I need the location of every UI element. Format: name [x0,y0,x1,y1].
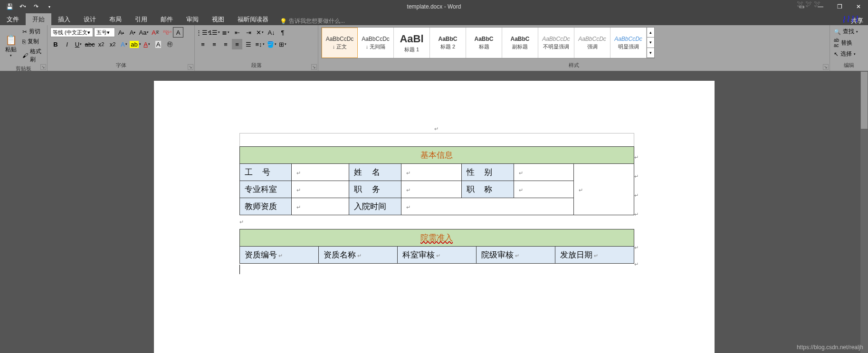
underline-button[interactable]: U▾ [73,39,84,49]
find-button[interactable]: 🔍查找▾ [833,27,865,36]
cut-button[interactable]: ✂剪切 [21,27,44,36]
shading-button[interactable]: 🪣▾ [266,39,277,49]
character-shading-button[interactable]: A [153,39,163,49]
style-subtle-emphasis[interactable]: AaBbCcDc不明显强调 [538,28,574,58]
justify-button[interactable]: ≡ [232,39,242,49]
bullets-button[interactable]: ⋮☰▾ [198,27,208,38]
font-size-combo[interactable]: 五号▾ [94,28,115,37]
show-marks-button[interactable]: ¶ [277,27,288,38]
asian-layout-button[interactable]: ✕▾ [255,27,265,38]
tell-me-search[interactable]: 💡 告诉我您想要做什么... [280,17,345,25]
grow-font-button[interactable]: A▴ [116,27,126,38]
highlight-button[interactable]: ab▾ [130,39,141,49]
styles-dialog-launcher[interactable]: ↘ [823,64,829,70]
style-heading2[interactable]: AaBbC标题 2 [430,28,466,58]
copy-button[interactable]: ⎘复制 [21,37,44,46]
style-heading1[interactable]: AaBl标题 1 [394,28,430,58]
style-subtitle[interactable]: AaBbC副标题 [502,28,538,58]
paragraph-dialog-launcher[interactable]: ↘ [311,64,317,70]
table-basic-info[interactable]: 基本信息 工 号 ↵ 姓 名 ↵ 性 别 ↵ ↵ 专业科室 ↵ 职 务 ↵ 职 … [239,146,634,215]
clipboard-dialog-launcher[interactable]: ↘ [40,64,46,70]
ribbon-options-button[interactable]: ▭ [792,0,811,13]
tab-design[interactable]: 设计 [77,13,103,25]
align-right-button[interactable]: ≡ [220,39,231,49]
ribbon: 📋 粘贴 ▾ ✂剪切 ⎘复制 🖌格式刷 剪贴板 ↘ 等线 (中文正文▾ 五号▾ … [0,25,868,71]
text-cursor [239,265,240,274]
undo-button[interactable]: ↶▾ [17,1,29,12]
replace-icon: abac [834,38,839,48]
tab-references[interactable]: 引用 [128,13,154,25]
borders-button[interactable]: ⊞▾ [277,39,288,49]
font-color-button[interactable]: A▾ [142,39,152,49]
multilevel-list-button[interactable]: ≣▾ [220,27,231,38]
document-area[interactable]: ↵ 基本信息 工 号 ↵ 姓 名 ↵ 性 别 ↵ ↵ 专业科室 ↵ 职 务 ↵ [0,71,868,353]
replace-label: 替换 [841,39,852,47]
gallery-down-button[interactable]: ▾ [647,38,654,48]
group-label-editing: 编辑 [833,61,865,70]
tab-file[interactable]: 文件 [0,13,26,25]
style-normal[interactable]: AaBbCcDc↓ 正文 [322,28,358,58]
tab-review[interactable]: 审阅 [180,13,205,25]
replace-button[interactable]: abac替换 [833,37,865,48]
style-title[interactable]: AaBbC标题 [466,28,502,58]
numbering-button[interactable]: 1☰▾ [209,27,219,38]
align-left-button[interactable]: ≡ [198,39,208,49]
paragraph-mark: ↵ [434,126,439,132]
decrease-indent-button[interactable]: ⇤ [232,27,242,38]
font-dialog-launcher[interactable]: ↘ [188,64,193,70]
close-button[interactable]: ✕ [849,0,868,13]
phonetic-guide-button[interactable]: A変 [150,27,161,38]
style-no-spacing[interactable]: AaBbCcDc↓ 无间隔 [358,28,394,58]
italic-button[interactable]: I [62,39,72,49]
style-emphasis[interactable]: AaBbCcDc强调 [574,28,610,58]
copy-icon: ⎘ [22,38,26,45]
subscript-button[interactable]: x2 [96,39,106,49]
watermark: https://blog.csdn.net/realjh [797,344,863,351]
label-qualification: 教师资质 [239,198,292,215]
select-label: 选择 [840,50,852,58]
style-intense-emphasis[interactable]: AaBbCcDc明显强调 [610,28,647,58]
minimize-button[interactable]: — [811,0,830,13]
format-painter-button[interactable]: 🖌格式刷 [21,47,44,64]
scrollbar-thumb[interactable] [861,72,868,129]
superscript-button[interactable]: x2 [107,39,118,49]
character-border-button[interactable]: A [173,27,183,38]
save-button[interactable]: 💾 [4,1,15,12]
paste-button[interactable]: 📋 粘贴 ▾ [3,27,19,64]
tab-mailings[interactable]: 邮件 [154,13,180,25]
maximize-button[interactable]: ❐ [830,0,849,13]
change-case-button[interactable]: Aa▾ [139,27,149,38]
font-name-combo[interactable]: 等线 (中文正文▾ [50,28,93,37]
format-painter-label: 格式刷 [30,48,43,64]
table-admission[interactable]: 院需准入 资质编号 ↵ 资质名称 ↵ 科室审核 ↵ 院级审核 ↵ 发放日期 ↵ [239,229,634,264]
tab-home[interactable]: 开始 [26,13,51,25]
share-button[interactable]: ⌇⌇⌇⌇ 共享 [851,17,868,25]
gallery-more-button[interactable]: ▾ [647,48,654,58]
tab-insert[interactable]: 插入 [51,13,77,25]
shrink-font-button[interactable]: A▾ [127,27,138,38]
strikethrough-button[interactable]: abc [85,39,95,49]
select-button[interactable]: ↖选择▾ [833,49,865,58]
enclose-characters-button[interactable]: ㊕ [164,39,175,49]
sort-button[interactable]: A↓ [266,27,277,38]
clear-formatting-button[interactable]: ᵂёⁿ [162,27,172,38]
increase-indent-button[interactable]: ⇥ [243,27,254,38]
text-effects-button[interactable]: A▾ [119,39,129,49]
gallery-up-button[interactable]: ▴ [647,28,654,38]
title-bar: 💾 ↶▾ ↷ ▾ 🕊 🕊 🕊 template.docx - Word ▭ — … [0,0,868,13]
share-label: 共享 [851,17,863,24]
tab-layout[interactable]: 布局 [103,13,128,25]
col-qual-no: 资质编号 [245,250,277,259]
vertical-scrollbar[interactable] [860,71,868,353]
redo-button[interactable]: ↷ [30,1,42,12]
bold-button[interactable]: B [50,39,61,49]
label-name: 姓 名 [349,164,401,181]
col-hospital-review: 院级审核 [481,250,514,259]
align-center-button[interactable]: ≡ [209,39,219,49]
col-qual-name: 资质名称 [324,250,356,259]
tab-view[interactable]: 视图 [205,13,231,25]
line-spacing-button[interactable]: ≡↕▾ [255,39,265,49]
tab-foxit[interactable]: 福昕阅读器 [231,13,275,25]
qat-customize[interactable]: ▾ [44,1,55,12]
distributed-button[interactable]: ☰ [243,39,254,49]
